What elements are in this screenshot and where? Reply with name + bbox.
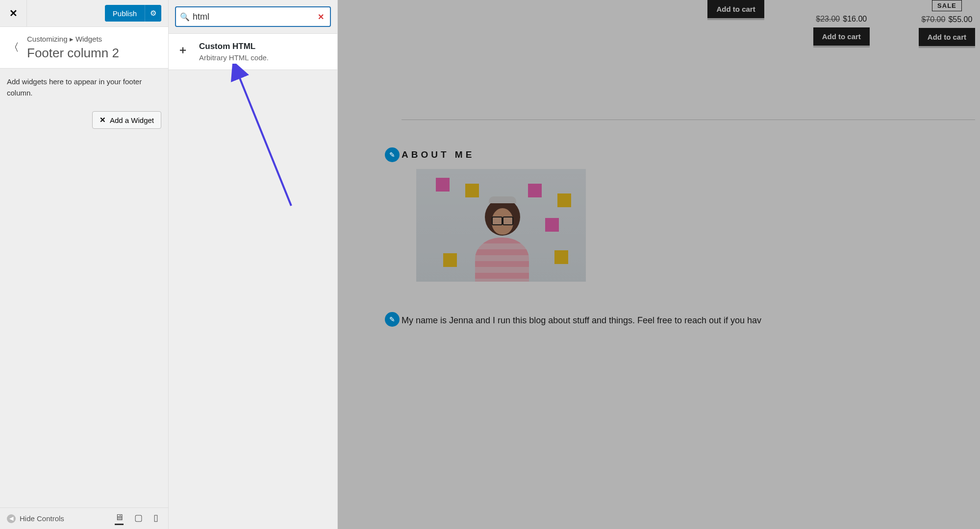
widget-result-title: Custom HTML (199, 42, 269, 51)
desktop-icon: 🖥 (115, 512, 124, 522)
preview-dim-overlay (338, 0, 980, 529)
plus-icon: ＋ (177, 43, 188, 57)
chevron-left-circle-icon: ◀ (7, 514, 16, 523)
chevron-left-icon: 〈 (8, 40, 19, 55)
annotation-arrow (227, 64, 306, 216)
customizer-header: ✕ Publish ⚙ (0, 0, 168, 27)
widget-search-panel: 🔍 ✕ ＋ Custom HTML Arbitrary HTML code. (168, 0, 338, 529)
mobile-preview-button[interactable]: ▯ (153, 512, 158, 525)
close-icon: ✕ (318, 13, 324, 21)
search-icon: 🔍 (180, 12, 190, 22)
pencil-icon: ✎ (389, 151, 395, 159)
hide-controls-button[interactable]: ◀ Hide Controls (7, 514, 108, 523)
widget-search-input[interactable] (193, 12, 318, 22)
customizer-section-header: 〈 Customizing ▸ Widgets Footer column 2 (0, 27, 168, 69)
add-widget-label: Add a Widget (110, 116, 154, 124)
section-title: Footer column 2 (27, 46, 119, 61)
customizer-panel-body: Add widgets here to appear in your foote… (0, 69, 168, 507)
panel-description: Add widgets here to appear in your foote… (7, 76, 161, 98)
device-preview-toggle: 🖥 ▢ ▯ (115, 512, 158, 525)
publish-settings-button[interactable]: ⚙ (145, 5, 161, 22)
close-icon: ✕ (9, 7, 18, 19)
edit-shortcut-button[interactable]: ✎ (385, 312, 400, 327)
add-widget-button[interactable]: ✕ Add a Widget (92, 111, 161, 129)
widget-search-wrap: 🔍 ✕ (169, 0, 337, 33)
pencil-icon: ✎ (389, 315, 395, 323)
breadcrumb-block: Customizing ▸ Widgets Footer column 2 (27, 33, 119, 61)
breadcrumb: Customizing ▸ Widgets (27, 35, 119, 44)
widget-result-description: Arbitrary HTML code. (199, 53, 269, 62)
close-customizer-button[interactable]: ✕ (0, 0, 27, 27)
mobile-icon: ▯ (153, 513, 158, 523)
edit-shortcut-button[interactable]: ✎ (385, 147, 400, 162)
site-preview: Add to cart $23.00$16.00 Add to cart SAL… (338, 0, 980, 529)
gear-icon: ⚙ (150, 9, 156, 17)
desktop-preview-button[interactable]: 🖥 (115, 512, 124, 525)
tablet-preview-button[interactable]: ▢ (134, 512, 143, 525)
customizer-panel: ✕ Publish ⚙ 〈 Customizing ▸ Widgets Foot… (0, 0, 168, 529)
tablet-icon: ▢ (134, 513, 143, 523)
clear-search-button[interactable]: ✕ (318, 12, 324, 22)
widget-result-custom-html[interactable]: ＋ Custom HTML Arbitrary HTML code. (169, 33, 337, 70)
svg-line-0 (236, 70, 291, 206)
publish-button[interactable]: Publish (105, 5, 145, 22)
customizer-footer: ◀ Hide Controls 🖥 ▢ ▯ (0, 507, 168, 529)
breadcrumb-separator: ▸ (70, 35, 74, 43)
breadcrumb-level2: Widgets (75, 35, 102, 43)
widget-search-box: 🔍 ✕ (175, 6, 331, 27)
breadcrumb-level1: Customizing (27, 35, 68, 43)
publish-button-group: Publish ⚙ (105, 5, 161, 22)
hide-controls-label: Hide Controls (20, 514, 64, 523)
back-button[interactable]: 〈 (0, 33, 27, 62)
close-icon: ✕ (100, 116, 106, 124)
